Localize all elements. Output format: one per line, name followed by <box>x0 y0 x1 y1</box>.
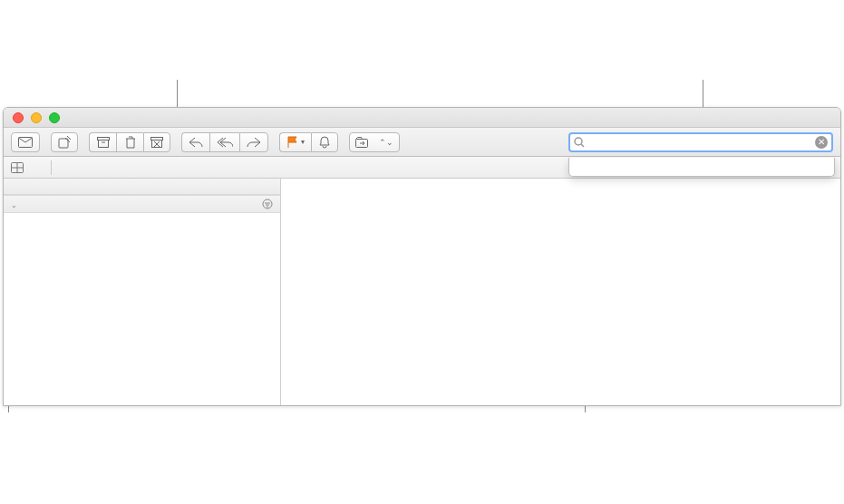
search-icon <box>574 137 585 148</box>
flag-group: ▾ <box>279 132 338 152</box>
sort-header[interactable]: ⌄ <box>4 195 280 213</box>
junk-button[interactable] <box>143 132 170 152</box>
clear-search-button[interactable]: ✕ <box>815 136 828 149</box>
search-field[interactable]: ✕ <box>568 132 833 152</box>
message-list: ⌄ <box>4 179 281 405</box>
reply-group <box>181 132 268 152</box>
mailboxes-button[interactable] <box>29 166 44 170</box>
search-suggestions <box>568 158 835 177</box>
chevron-down-icon: ▾ <box>301 138 305 146</box>
chevron-down-icon: ⌄ <box>11 201 17 209</box>
reply-all-icon <box>217 137 233 148</box>
folder-arrow-icon <box>355 137 368 148</box>
mute-button[interactable] <box>311 132 338 152</box>
svg-point-7 <box>575 138 582 145</box>
maximize-button[interactable] <box>49 112 60 123</box>
forward-button[interactable] <box>239 132 268 152</box>
minimize-button[interactable] <box>31 112 42 123</box>
junk-icon <box>150 137 163 148</box>
move-to-select[interactable]: ⌃⌄ <box>349 132 400 152</box>
compose-icon <box>58 136 71 149</box>
window-controls <box>4 112 60 123</box>
compose-button[interactable] <box>51 132 78 152</box>
forward-icon <box>247 137 261 148</box>
mailboxes-icon <box>11 162 24 173</box>
chevron-updown-icon: ⌃⌄ <box>379 138 393 147</box>
separator <box>51 160 52 175</box>
top-hits-header <box>4 179 280 195</box>
reply-button[interactable] <box>181 132 209 152</box>
search-input[interactable] <box>588 135 811 149</box>
archive-icon <box>97 137 110 148</box>
toolbar: ▾ ⌃⌄ ✕ <box>4 128 840 157</box>
suggestion-category-subjects <box>569 165 834 172</box>
flag-button[interactable]: ▾ <box>279 132 311 152</box>
titlebar <box>4 108 840 128</box>
reply-all-button[interactable] <box>209 132 239 152</box>
mail-window: ▾ ⌃⌄ ✕ <box>3 107 841 406</box>
archive-button[interactable] <box>89 132 116 152</box>
envelope-icon <box>18 137 33 148</box>
message-pane <box>281 179 840 405</box>
svg-rect-1 <box>59 139 68 148</box>
trash-icon <box>125 136 136 149</box>
bell-icon <box>319 136 330 149</box>
reply-icon <box>189 137 203 148</box>
svg-rect-3 <box>98 140 108 147</box>
content-area: ⌄ <box>4 179 840 405</box>
get-mail-button[interactable] <box>11 132 40 152</box>
suggestion-category-people <box>569 158 834 165</box>
delete-button[interactable] <box>116 132 143 152</box>
flag-icon <box>286 136 299 149</box>
close-button[interactable] <box>13 112 24 123</box>
archive-group <box>89 132 170 152</box>
filter-icon[interactable] <box>262 199 273 209</box>
